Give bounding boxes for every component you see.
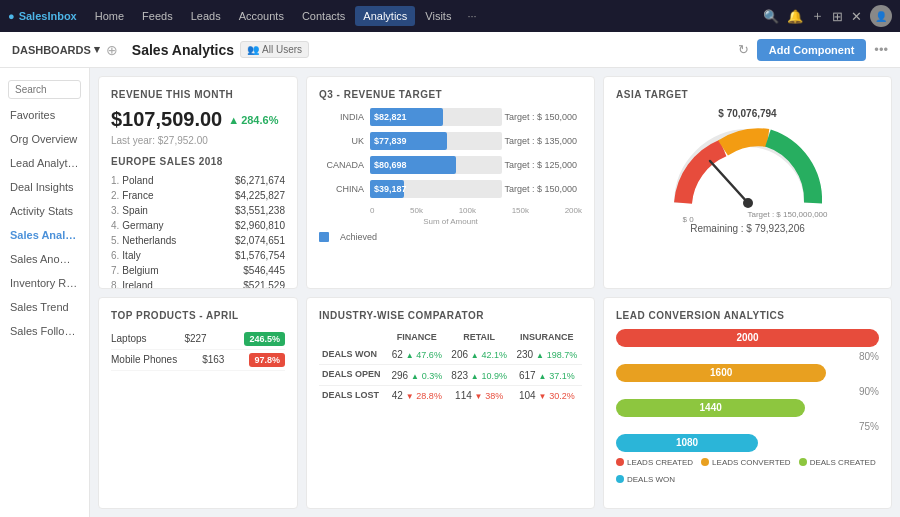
search-input[interactable] bbox=[8, 80, 81, 99]
gauge-remaining: Remaining : $ 79,923,206 bbox=[690, 223, 805, 234]
revenue-card: REVENUE THIS MONTH $107,509.00 ▲ 284.6% … bbox=[98, 76, 298, 289]
q3-revenue-card: Q3 - REVENUE TARGET INDIA $82,821 Target… bbox=[306, 76, 595, 289]
row-label-deals-lost: DEALS LOST bbox=[319, 385, 387, 405]
nav-leads[interactable]: Leads bbox=[183, 6, 229, 26]
bar-fill-india: $82,821 bbox=[370, 108, 443, 126]
bar-value-canada: $80,698 bbox=[374, 160, 407, 170]
lead-bar-row-1440: 1440 bbox=[616, 399, 879, 417]
nav-feeds[interactable]: Feeds bbox=[134, 6, 181, 26]
app-logo[interactable]: ● SalesInbox bbox=[8, 10, 77, 22]
legend-leads-converted: LEADS CONVERTED bbox=[701, 458, 791, 467]
col-header-label bbox=[319, 329, 387, 345]
nav-accounts[interactable]: Accounts bbox=[231, 6, 292, 26]
lead-bar-row-1600: 1600 bbox=[616, 364, 879, 382]
sidebar-item-sales-analytics[interactable]: Sales Analytics bbox=[0, 223, 89, 247]
product-badge-laptops: 246.5% bbox=[244, 332, 285, 346]
sidebar-item-sales-followup[interactable]: Sales Follow-up T bbox=[0, 319, 89, 343]
table-row: DEALS OPEN 296 ▲ 0.3% 823 ▲ 10.9% 6 bbox=[319, 365, 582, 386]
deals-created-label: DEALS CREATED bbox=[810, 458, 876, 467]
bar-row-uk: UK $77,839 Target : $ 135,000 bbox=[319, 132, 582, 150]
main-layout: Favorites Org Overview Lead Analytics De… bbox=[0, 68, 900, 517]
cell-retail-deals-won: 206 ▲ 42.1% bbox=[447, 345, 512, 365]
leads-converted-label: LEADS CONVERTED bbox=[712, 458, 791, 467]
sidebar-item-deal-insights[interactable]: Deal Insights bbox=[0, 175, 89, 199]
list-item: 6.Italy $1,576,754 bbox=[111, 248, 285, 263]
sidebar-item-org-overview[interactable]: Org Overview bbox=[0, 127, 89, 151]
cell-finance-deals-lost: 42 ▼ 28.8% bbox=[387, 385, 447, 405]
lead-conversion-legend: LEADS CREATED LEADS CONVERTED DEALS CREA… bbox=[616, 458, 879, 484]
refresh-icon[interactable]: ↻ bbox=[738, 42, 749, 57]
lead-conversion-title: LEAD CONVERSION ANALYTICS bbox=[616, 310, 879, 321]
list-item: 4.Germany $2,960,810 bbox=[111, 218, 285, 233]
add-component-button[interactable]: Add Component bbox=[757, 39, 867, 61]
chevron-down-icon: ▾ bbox=[94, 43, 100, 56]
user-avatar[interactable]: 👤 bbox=[870, 5, 892, 27]
bar-fill-china: $39,187 bbox=[370, 180, 404, 198]
legend-deals-won: DEALS WON bbox=[616, 475, 675, 484]
bell-icon[interactable]: 🔔 bbox=[787, 9, 803, 24]
last-year-text: Last year: $27,952.00 bbox=[111, 135, 285, 146]
bar-fill-uk: $77,839 bbox=[370, 132, 447, 150]
list-item: 7.Belgium $546,445 bbox=[111, 263, 285, 278]
bar-container-canada: $80,698 Target : $ 125,000 bbox=[370, 156, 502, 174]
nav-home[interactable]: Home bbox=[87, 6, 132, 26]
growth-value: 284.6% bbox=[241, 114, 278, 126]
lead-bar-row-1080: 1080 bbox=[616, 434, 879, 452]
bar-value-uk: $77,839 bbox=[374, 136, 407, 146]
sidebar-item-inventory-reports[interactable]: Inventory Reports bbox=[0, 271, 89, 295]
nav-contacts[interactable]: Contacts bbox=[294, 6, 353, 26]
leads-created-dot bbox=[616, 458, 624, 466]
sidebar-search-container bbox=[0, 76, 89, 103]
close-icon[interactable]: ✕ bbox=[851, 9, 862, 24]
bar-label-china: CHINA bbox=[319, 184, 364, 194]
dashboards-button[interactable]: DASHBOARDS ▾ bbox=[12, 43, 100, 56]
nav-analytics[interactable]: Analytics bbox=[355, 6, 415, 26]
bar-row-canada: CANADA $80,698 Target : $ 125,000 bbox=[319, 156, 582, 174]
bar-axis: 0 50k 100k 150k 200k bbox=[370, 204, 582, 215]
content-grid: REVENUE THIS MONTH $107,509.00 ▲ 284.6% … bbox=[90, 68, 900, 517]
bar-row-india: INDIA $82,821 Target : $ 150,000 bbox=[319, 108, 582, 126]
add-icon[interactable]: ＋ bbox=[811, 7, 824, 25]
list-item: 2.France $4,225,827 bbox=[111, 188, 285, 203]
product-row-laptops: Laptops $227 246.5% bbox=[111, 329, 285, 350]
search-icon[interactable]: 🔍 bbox=[763, 9, 779, 24]
row-label-deals-open: DEALS OPEN bbox=[319, 365, 387, 386]
sidebar-item-favorites[interactable]: Favorites bbox=[0, 103, 89, 127]
gauge-target-label: Target : $ 150,000,000 bbox=[668, 210, 828, 219]
col-header-retail: RETAIL bbox=[447, 329, 512, 345]
more-options-icon[interactable]: ••• bbox=[874, 42, 888, 57]
sidebar: Favorites Org Overview Lead Analytics De… bbox=[0, 68, 90, 517]
up-arrow-icon: ▲ bbox=[228, 114, 239, 126]
add-dashboard-icon[interactable]: ⊕ bbox=[106, 42, 118, 58]
all-users-label: All Users bbox=[262, 44, 302, 55]
top-navigation: ● SalesInbox Home Feeds Leads Accounts C… bbox=[0, 0, 900, 32]
nav-visits[interactable]: Visits bbox=[417, 6, 459, 26]
target-label-canada: Target : $ 125,000 bbox=[504, 160, 577, 170]
cell-insurance-deals-won: 230 ▲ 198.7% bbox=[512, 345, 582, 365]
q3-title: Q3 - REVENUE TARGET bbox=[319, 89, 582, 100]
sidebar-item-lead-analytics[interactable]: Lead Analytics bbox=[0, 151, 89, 175]
layout-icon[interactable]: ⊞ bbox=[832, 9, 843, 24]
lead-bars: 2000 80% 1600 90% 1440 bbox=[616, 329, 879, 452]
list-item: 5.Netherlands $2,074,651 bbox=[111, 233, 285, 248]
product-price-phones: $163 bbox=[202, 354, 224, 365]
lead-bar-2000: 2000 bbox=[616, 329, 879, 347]
cell-finance-deals-won: 62 ▲ 47.6% bbox=[387, 345, 447, 365]
deals-won-label: DEALS WON bbox=[627, 475, 675, 484]
cell-retail-deals-lost: 114 ▼ 38% bbox=[447, 385, 512, 405]
deals-won-dot bbox=[616, 475, 624, 483]
all-users-badge[interactable]: 👥 All Users bbox=[240, 41, 309, 58]
europe-title: EUROPE SALES 2018 bbox=[111, 156, 285, 167]
top-products-card: TOP PRODUCTS - APRIL Laptops $227 246.5%… bbox=[98, 297, 298, 510]
sidebar-item-sales-trend[interactable]: Sales Trend bbox=[0, 295, 89, 319]
sidebar-item-activity-stats[interactable]: Activity Stats bbox=[0, 199, 89, 223]
bar-label-india: INDIA bbox=[319, 112, 364, 122]
achieved-legend-label: Achieved bbox=[340, 232, 377, 242]
target-label-india: Target : $ 150,000 bbox=[504, 112, 577, 122]
subnav-right: ↻ Add Component ••• bbox=[738, 39, 888, 61]
sidebar-item-sales-anomalies[interactable]: Sales Anomalies bbox=[0, 247, 89, 271]
cell-retail-deals-open: 823 ▲ 10.9% bbox=[447, 365, 512, 386]
sub-navigation: DASHBOARDS ▾ ⊕ Sales Analytics 👥 All Use… bbox=[0, 32, 900, 68]
nav-more-icon[interactable]: ··· bbox=[461, 6, 482, 26]
gauge-top-value: $ 70,076,794 bbox=[718, 108, 776, 119]
